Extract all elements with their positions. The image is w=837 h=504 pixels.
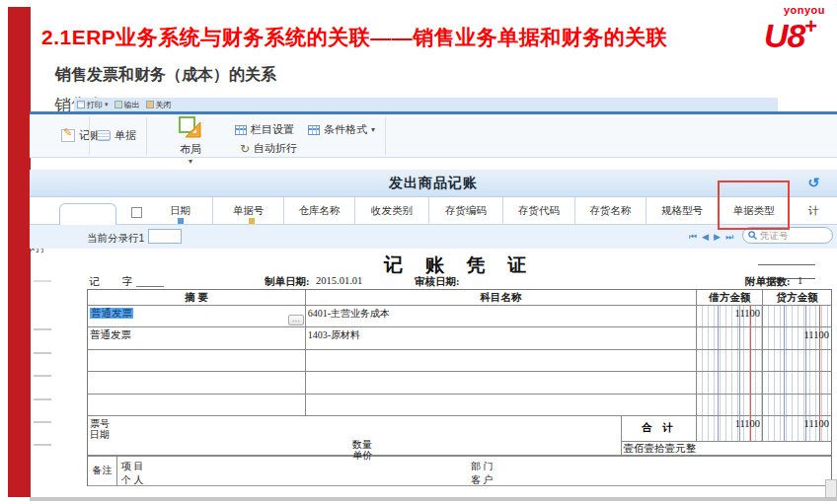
column-header-warehouse[interactable]: 仓库名称 bbox=[284, 197, 355, 225]
amount-in-words-row: 壹佰壹拾壹元整 bbox=[88, 442, 831, 457]
amount-in-words: 壹佰壹拾壹元整 bbox=[622, 442, 831, 455]
debit-amount-cell[interactable] bbox=[697, 372, 763, 393]
remark-label: 备注 bbox=[88, 457, 117, 485]
made-date-value: 2015.01.01 bbox=[316, 275, 362, 286]
voucher-word-prefix: 记 bbox=[89, 275, 100, 289]
layout-button[interactable]: 布局 ▾ bbox=[154, 116, 227, 156]
current-row-input[interactable] bbox=[148, 229, 182, 244]
column-header-item-alt-code[interactable]: 存货代码 bbox=[503, 197, 575, 225]
account-cell[interactable] bbox=[306, 372, 697, 393]
document-button[interactable]: 单据 bbox=[97, 128, 136, 143]
summary-cell[interactable] bbox=[88, 350, 306, 371]
toolbar-separator bbox=[385, 117, 386, 155]
record-navigator: ⏮ ◀ ▶ ⏭ bbox=[689, 229, 733, 245]
remark-customer-label: 客 户 bbox=[471, 473, 494, 487]
account-cell[interactable]: 1403-原材料 bbox=[306, 327, 697, 348]
column-header-item-name[interactable]: 存货名称 bbox=[575, 197, 647, 225]
edge-line-fragment bbox=[34, 421, 51, 423]
summary-cell[interactable] bbox=[88, 395, 306, 415]
conditional-format-caret-icon: ▾ bbox=[371, 125, 375, 134]
grid-title: 发出商品记账 bbox=[389, 175, 478, 192]
printer-icon bbox=[77, 101, 85, 108]
remark-person-label: 个 人 bbox=[121, 473, 144, 487]
voucher-col-account: 科目名称 bbox=[306, 290, 697, 305]
voucher-row[interactable] bbox=[88, 350, 831, 372]
voucher-table: 摘 要 科目名称 借方金额 贷方金额 普通发票 … 6401-主营业务成本 11… bbox=[87, 289, 832, 486]
edge-line-fragment bbox=[34, 398, 51, 400]
remark-project-label: 项 目 bbox=[121, 460, 144, 473]
post-button[interactable]: 记账 bbox=[61, 128, 101, 143]
column-header-spec-model[interactable]: 规格型号 bbox=[647, 197, 719, 225]
print-button[interactable]: 打印 ▾ bbox=[77, 100, 109, 110]
voucher-row[interactable]: 普通发票 … 6401-主营业务成本 11100 bbox=[88, 306, 831, 327]
debit-amount-cell[interactable] bbox=[697, 395, 763, 415]
column-header-inout-type[interactable]: 收发类别 bbox=[355, 197, 429, 225]
voucher-row[interactable] bbox=[88, 372, 831, 394]
close-icon bbox=[146, 101, 154, 108]
debit-amount-cell[interactable] bbox=[697, 350, 763, 371]
account-cell[interactable] bbox=[306, 350, 697, 371]
bill-info-cell: 票号 日期 数量 单价 bbox=[88, 416, 622, 442]
total-label-cell: 合 计 bbox=[622, 416, 697, 442]
last-record-icon[interactable]: ⏭ bbox=[725, 229, 733, 245]
logo-product-text: U8+ bbox=[764, 17, 816, 54]
debit-amount-cell[interactable] bbox=[697, 327, 763, 348]
account-cell[interactable]: 6401-主营业务成本 bbox=[306, 306, 697, 326]
column-header-unit[interactable]: 计 bbox=[790, 197, 837, 225]
toolbar-separator bbox=[89, 117, 90, 155]
voucher-col-credit: 贷方金额 bbox=[763, 290, 831, 305]
auto-wrap-icon: ↻ bbox=[240, 143, 250, 155]
credit-amount-cell[interactable] bbox=[763, 350, 831, 371]
credit-amount-cell[interactable] bbox=[763, 372, 831, 393]
slide-title: 2.1ERP业务系统与财务系统的关联——销售业务单据和财务的关联 bbox=[41, 24, 732, 51]
conditional-format-button[interactable]: 条件格式 ▾ bbox=[308, 122, 375, 137]
document-icon bbox=[97, 130, 111, 141]
column-header-item-code[interactable]: 存货编码 bbox=[429, 197, 503, 225]
edge-line-fragment bbox=[34, 444, 51, 446]
attach-count-label: 附单据数: bbox=[745, 275, 791, 289]
column-settings-button[interactable]: 栏目设置 bbox=[235, 122, 294, 137]
voucher-word-suffix: 字 bbox=[122, 275, 133, 289]
audit-date-label: 审核日期: bbox=[415, 275, 460, 289]
summary-cell[interactable]: 普通发票 bbox=[88, 327, 306, 348]
credit-amount-cell[interactable] bbox=[763, 395, 831, 415]
main-toolbar: 记账 单据 布局 ▾ 栏目设置 条件格式 ▾ ↻ 自动折行 bbox=[30, 114, 837, 158]
lookup-dots-button[interactable]: … bbox=[288, 315, 304, 325]
edge-line-fragment bbox=[34, 328, 51, 330]
voucher-meta-row: 记 字 制单日期: 2015.01.01 审核日期: 附单据数: 1 bbox=[87, 275, 832, 288]
export-button[interactable]: 输出 bbox=[114, 100, 140, 110]
next-record-icon[interactable]: ▶ bbox=[714, 229, 721, 245]
first-record-icon[interactable]: ⏮ bbox=[689, 229, 697, 245]
credit-amount-cell[interactable] bbox=[763, 306, 831, 326]
yonyou-u8-logo: yonyou U8+ bbox=[764, 5, 825, 52]
refresh-undo-icon[interactable]: ↺ bbox=[807, 176, 819, 189]
conditional-format-icon bbox=[308, 125, 320, 135]
account-cell[interactable] bbox=[306, 395, 697, 415]
voucher-col-summary: 摘 要 bbox=[88, 290, 306, 305]
auto-wrap-button[interactable]: ↻ 自动折行 bbox=[240, 141, 297, 156]
column-settings-icon bbox=[235, 125, 247, 135]
post-icon bbox=[61, 129, 75, 142]
voucher-header-row: 摘 要 科目名称 借方金额 贷方金额 bbox=[88, 290, 831, 306]
voucher-row[interactable]: 普通发票 1403-原材料 11100 bbox=[88, 327, 831, 349]
credit-amount-cell[interactable]: 11100 bbox=[763, 327, 831, 348]
debit-amount-cell[interactable]: 11100 bbox=[697, 306, 763, 326]
search-icon bbox=[748, 231, 757, 240]
summary-cell-selected[interactable]: 普通发票 bbox=[90, 308, 133, 319]
made-date-label: 制单日期: bbox=[265, 275, 310, 289]
voucher-row[interactable] bbox=[88, 395, 831, 416]
search-input[interactable] bbox=[760, 230, 819, 241]
summary-cell[interactable] bbox=[88, 372, 306, 393]
print-caret-icon: ▾ bbox=[105, 101, 109, 108]
prev-record-icon[interactable]: ◀ bbox=[702, 229, 709, 245]
voucher-col-debit: 借方金额 bbox=[697, 290, 763, 305]
scrollbar-fragment[interactable] bbox=[825, 479, 837, 498]
select-all-checkbox[interactable] bbox=[131, 207, 142, 218]
column-icon-fragment bbox=[249, 218, 255, 224]
attach-count-value: 1 bbox=[798, 275, 802, 286]
edge-line-fragment bbox=[34, 375, 51, 377]
logo-plus: + bbox=[804, 14, 816, 38]
grid-tab[interactable] bbox=[59, 203, 116, 225]
close-button[interactable]: 关闭 bbox=[146, 100, 172, 110]
status-nav-row: 当前分录行1 ⏮ ◀ ▶ ⏭ bbox=[30, 225, 837, 249]
